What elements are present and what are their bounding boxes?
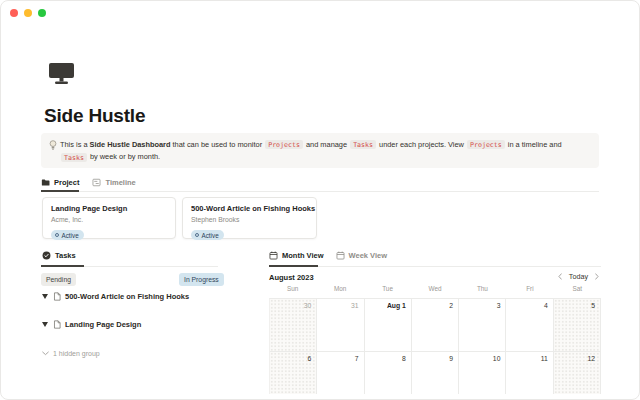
calendar-day-header-row: SunMonTueWedThuFriSat	[269, 285, 601, 292]
task-group-label: Landing Page Design	[65, 320, 141, 329]
status-ring-icon	[195, 233, 199, 237]
task-group[interactable]: Landing Page Design	[42, 320, 141, 329]
tab-timeline[interactable]: Timeline	[92, 178, 135, 187]
tab-divider-projects	[41, 191, 599, 192]
toggle-triangle-icon[interactable]	[42, 322, 48, 327]
status-ring-icon	[55, 233, 59, 237]
zoom-button[interactable]	[38, 9, 46, 17]
page-icon	[53, 320, 61, 329]
calendar-icon	[269, 251, 278, 260]
status-badge: Active	[51, 230, 84, 240]
notion-window: Side Hustle This is a Side Hustle Dashbo…	[0, 0, 640, 400]
project-card[interactable]: 500-Word Article on Fishing Hooks Stephe…	[182, 197, 317, 239]
tab-month-view[interactable]: Month View	[269, 251, 324, 260]
calendar-date: 30	[304, 302, 312, 309]
day-header: Mon	[316, 285, 363, 292]
tab-divider-calendar	[269, 266, 601, 267]
calendar-date: Aug 1	[387, 302, 406, 309]
project-card-client: Stephen Brooks	[191, 216, 308, 223]
light-bulb-icon	[49, 140, 57, 151]
calendar-date: 7	[355, 355, 359, 362]
calendar-date: 2	[449, 302, 453, 309]
calendar-nav: Today	[558, 272, 599, 281]
calendar-cell[interactable]: 5	[554, 299, 601, 352]
calendar-cell[interactable]: 8	[365, 352, 412, 394]
calendar-date: 5	[591, 302, 595, 309]
status-badge-label: Active	[62, 232, 79, 239]
tab-tasks-label: Tasks	[55, 251, 76, 260]
calendar-cell[interactable]: 6	[270, 352, 317, 394]
tab-week-view-label: Week View	[349, 251, 388, 260]
column-pill-in-progress[interactable]: In Progress	[179, 273, 224, 286]
view-tabs-calendar: Month View Week View	[269, 251, 387, 260]
page-title: Side Hustle	[44, 105, 145, 127]
check-circle-icon	[42, 251, 51, 260]
calendar-cell[interactable]: 30	[270, 299, 317, 352]
calendar-grid: 3031Aug 123456789101112	[269, 298, 601, 394]
close-button[interactable]	[10, 9, 18, 17]
calendar-date: 3	[497, 302, 501, 309]
calendar-cell[interactable]: 9	[412, 352, 459, 394]
toggle-triangle-icon[interactable]	[42, 294, 48, 299]
column-pill-pending[interactable]: Pending	[41, 273, 76, 286]
calendar-cell[interactable]: 10	[459, 352, 506, 394]
calendar-date: 9	[449, 355, 453, 362]
project-card-title: 500-Word Article on Fishing Hooks	[191, 204, 308, 213]
day-header: Fri	[506, 285, 553, 292]
project-card-title: Landing Page Design	[51, 204, 167, 213]
tab-month-view-label: Month View	[282, 251, 324, 260]
calendar-date: 10	[493, 355, 501, 362]
day-header: Thu	[459, 285, 506, 292]
page-icon	[53, 292, 61, 301]
folder-icon	[41, 178, 50, 187]
chevron-right-icon[interactable]	[595, 273, 599, 280]
callout: This is a Side Hustle Dashboard that can…	[41, 133, 599, 168]
project-card-client: Acme, Inc.	[51, 216, 167, 223]
view-tabs-projects: Project Timeline	[41, 178, 136, 187]
tab-tasks[interactable]: Tasks	[42, 251, 76, 260]
tab-divider-tasks	[41, 266, 218, 267]
tab-project-label: Project	[54, 178, 79, 187]
timeline-icon	[92, 178, 101, 187]
calendar-cell[interactable]: 7	[317, 352, 364, 394]
tab-week-view[interactable]: Week View	[336, 251, 388, 260]
status-badge: Active	[191, 230, 224, 240]
tab-timeline-label: Timeline	[105, 178, 135, 187]
calendar-cell[interactable]: 12	[554, 352, 601, 394]
task-group-label: 500-Word Article on Fishing Hooks	[65, 292, 189, 301]
calendar-cell[interactable]: 2	[412, 299, 459, 352]
calendar-cell[interactable]: 3	[459, 299, 506, 352]
status-badge-label: Active	[202, 232, 219, 239]
day-header: Sat	[554, 285, 601, 292]
chevron-down-icon	[42, 351, 49, 356]
tab-project[interactable]: Project	[41, 178, 79, 187]
calendar-cell[interactable]: 4	[506, 299, 553, 352]
chevron-left-icon[interactable]	[558, 273, 562, 280]
column-pending-label: Pending	[46, 276, 71, 283]
today-button[interactable]: Today	[569, 272, 588, 281]
day-header: Wed	[411, 285, 458, 292]
column-in-progress-label: In Progress	[184, 276, 219, 283]
minimize-button[interactable]	[24, 9, 32, 17]
calendar-icon	[336, 251, 345, 260]
day-header: Sun	[269, 285, 316, 292]
callout-text: This is a Side Hustle Dashboard that can…	[60, 139, 587, 164]
calendar-cell[interactable]: 31	[317, 299, 364, 352]
day-header: Tue	[364, 285, 411, 292]
calendar-month-label: August 2023	[269, 273, 314, 282]
project-card[interactable]: Landing Page Design Acme, Inc. Active	[42, 197, 176, 239]
calendar-cell[interactable]: 11	[506, 352, 553, 394]
calendar-date: 11	[541, 355, 548, 362]
task-group[interactable]: 500-Word Article on Fishing Hooks	[42, 292, 189, 301]
calendar-date: 4	[544, 302, 548, 309]
hidden-group-toggle[interactable]: 1 hidden group	[42, 350, 100, 357]
calendar-date: 31	[351, 302, 359, 309]
window-controls	[10, 9, 46, 17]
calendar-cell[interactable]: Aug 1	[365, 299, 412, 352]
desktop-computer-icon[interactable]	[48, 61, 75, 87]
calendar-date: 6	[308, 355, 312, 362]
calendar-date: 8	[402, 355, 406, 362]
calendar-date: 12	[587, 355, 595, 362]
hidden-group-label: 1 hidden group	[53, 350, 100, 357]
